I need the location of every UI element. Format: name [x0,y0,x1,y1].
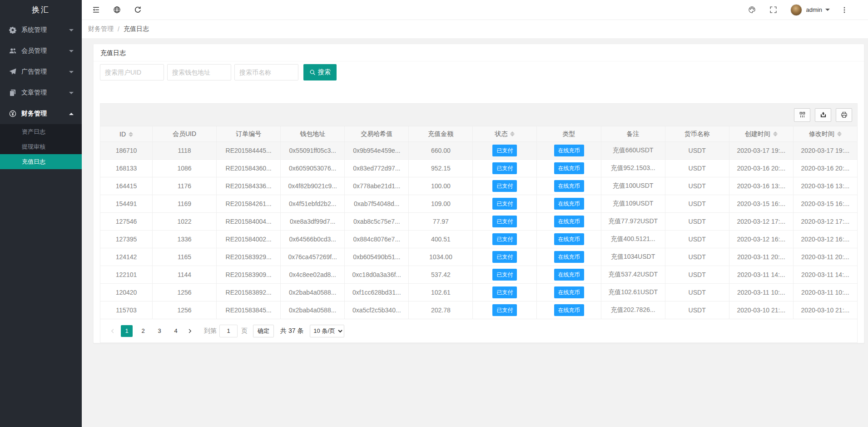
status-badge: 已支付 [492,286,517,298]
collapse-icon[interactable] [89,3,103,17]
sort-icon[interactable] [129,131,133,137]
table-cell: 1256 [153,284,217,301]
columns-icon [799,111,806,118]
sidebar-item-1[interactable]: 会员管理 [0,40,82,61]
column-header[interactable]: ID [100,126,153,142]
username[interactable]: admin [806,6,822,13]
column-header: 备注 [601,126,665,142]
table-cell: 952.15 [409,160,473,177]
table-cell: 充值400.5121... [601,231,665,248]
panel-card: 充值日志 搜索 ID会员UID订 [93,44,864,343]
page-size-select[interactable]: 10 条/页 [310,325,344,337]
column-header: 类型 [537,126,601,142]
table-cell: 已支付 [473,301,537,319]
sort-icon[interactable] [773,131,778,137]
status-badge: 已支付 [492,304,517,316]
print-button[interactable] [836,108,852,122]
avatar[interactable] [790,4,802,16]
page-number-2[interactable]: 2 [137,325,149,337]
topbar: admin [82,0,868,20]
table-row: 1681331086RE201584360...0x6059053076...0… [100,160,858,177]
column-label: 交易哈希值 [361,130,392,137]
submenu-item[interactable]: 资产日志 [0,124,82,139]
search-wallet-input[interactable] [167,64,231,80]
column-header[interactable]: 状态 [473,126,537,142]
status-badge: 在线充币 [554,162,584,174]
table-head: ID会员UID订单编号钱包地址交易哈希值充值金额状态类型备注货币名称创建时间修改… [100,126,858,142]
table-cell: USDT [665,213,729,231]
status-badge: 在线充币 [554,216,584,227]
column-header: 交易哈希值 [345,126,409,142]
column-header: 会员UID [153,126,217,142]
search-row: 搜索 [94,61,864,80]
kebab-menu-icon[interactable] [841,6,848,14]
column-header: 货币名称 [665,126,729,142]
fullscreen-icon[interactable] [767,3,780,17]
breadcrumb-parent[interactable]: 财务管理 [88,25,114,33]
table-row: 1273951336RE201584002...0x64566b0cd3...0… [100,231,858,248]
table-cell: 充值537.42USDT [601,266,665,284]
page-number-3[interactable]: 3 [154,325,165,337]
table-cell: 2020-03-17 19:... [729,142,793,160]
status-badge: 已支付 [492,180,517,192]
table-cell: RE201584360... [217,160,281,177]
table-cell: 154491 [100,195,153,213]
table-cell: 已支付 [473,142,537,160]
table-cell: 充值77.972USDT [601,213,665,231]
status-badge: 已支付 [492,145,517,156]
sidebar-item-2[interactable]: 广告管理 [0,61,82,82]
column-header: 充值金额 [409,126,473,142]
confirm-jump-button[interactable]: 确定 [253,325,274,337]
submenu-item-active[interactable]: 充值日志 [0,154,82,169]
jump-page-input[interactable] [219,325,238,337]
sidebar-item-0[interactable]: 系统管理 [0,20,82,40]
caret-down-icon[interactable] [825,9,830,11]
app-root: 换汇 系统管理会员管理广告管理文章管理财务管理资产日志提现审核充值日志 admi… [0,0,868,427]
table-cell: 168133 [100,160,153,177]
status-badge: 在线充币 [554,304,584,316]
table-row: 1204201256RE201583892...0x2bab4a0588...0… [100,284,858,301]
search-button-label: 搜索 [318,68,331,76]
sort-icon[interactable] [837,131,842,137]
globe-icon[interactable] [110,3,124,17]
column-header[interactable]: 修改时间 [793,126,857,142]
page-number-1[interactable]: 1 [121,325,133,337]
app-logo: 换汇 [0,0,82,20]
status-badge: 已支付 [492,251,517,263]
table-cell: 2020-03-12 17:... [793,213,857,231]
table-cell: 1165 [153,248,217,266]
table-cell: 0x4c8ee02ad8... [281,266,345,284]
column-label: 货币名称 [684,130,710,137]
table-body: 1867101118RE201584445...0x55091ff05c3...… [100,142,858,319]
next-page-icon[interactable] [184,325,196,337]
sort-icon[interactable] [510,131,515,137]
refresh-icon[interactable] [131,3,144,17]
palette-icon[interactable] [745,3,759,17]
table-cell: 164415 [100,177,153,195]
table-cell: 2020-03-11 10:... [729,284,793,301]
table-toolbar [100,103,858,126]
sidebar-item-4[interactable]: 财务管理 [0,103,82,124]
search-uid-input[interactable] [100,64,164,80]
table-cell: USDT [665,142,729,160]
sidebar-item-label: 文章管理 [21,89,47,97]
page-number-4[interactable]: 4 [170,325,182,337]
table-cell: 1256 [153,301,217,319]
send-icon [9,68,16,75]
breadcrumb-current: 充值日志 [124,25,149,33]
topbar-right: admin [738,3,848,17]
search-coin-input[interactable] [234,64,298,80]
search-button[interactable]: 搜索 [303,64,337,80]
table-cell: 0xe8a3df99d7... [281,213,345,231]
status-badge: 已支付 [492,216,517,227]
column-header[interactable]: 创建时间 [729,126,793,142]
table-cell: 在线充币 [537,301,601,319]
submenu-item[interactable]: 提现审核 [0,139,82,154]
columns-button[interactable] [794,108,810,122]
table-cell: 2020-03-12 16:... [729,231,793,248]
sidebar-item-3[interactable]: 文章管理 [0,82,82,103]
prev-page-icon[interactable] [107,325,119,337]
sidebar-submenu: 资产日志提现审核充值日志 [0,124,82,169]
table-cell: 122101 [100,266,153,284]
export-button[interactable] [815,108,831,122]
